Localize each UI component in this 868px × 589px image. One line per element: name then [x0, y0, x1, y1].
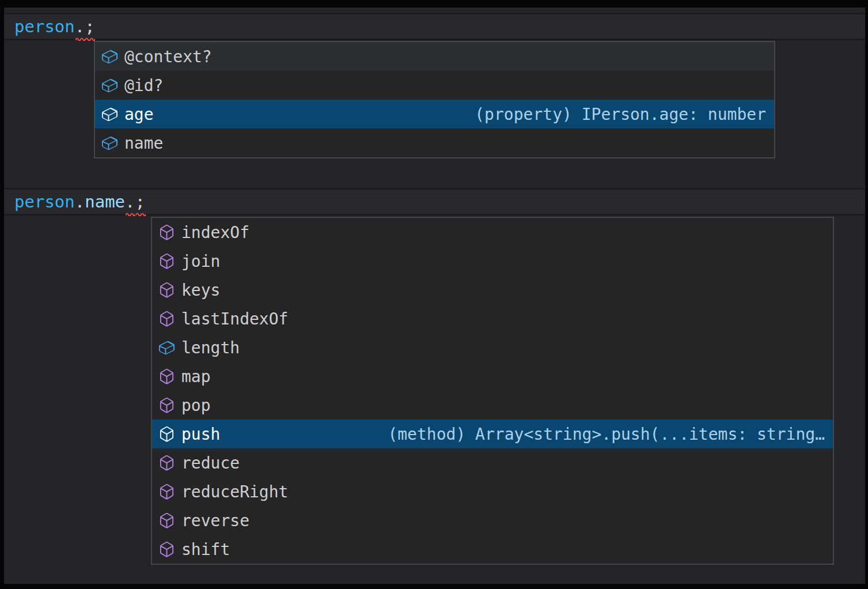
error-squiggle-icon — [126, 212, 135, 216]
suggestion-item-lastindexof[interactable]: lastIndexOf — [152, 304, 833, 333]
suggestion-detail: (property) IPerson.age: number — [463, 105, 770, 124]
suggestion-label: reduceRight — [181, 482, 288, 501]
suggestion-item-context[interactable]: @context? — [95, 42, 774, 71]
symbol-field-icon — [100, 105, 119, 123]
code-line-person-name[interactable]: person.name.; — [4, 188, 865, 216]
symbol-method-icon — [157, 281, 176, 299]
symbol-field-icon — [100, 47, 119, 66]
suggestion-item-name[interactable]: name — [95, 129, 774, 157]
suggestion-item-map[interactable]: map — [152, 362, 833, 391]
code-token-text: ; — [85, 17, 94, 36]
suggestion-label: shift — [181, 540, 230, 559]
symbol-method-icon — [157, 252, 176, 270]
code-token-punct: ; — [85, 14, 94, 39]
symbol-method-icon — [157, 511, 176, 530]
code-token-variable: person — [14, 14, 75, 39]
code-token-text: . — [75, 17, 85, 36]
symbol-method-icon — [157, 540, 176, 558]
suggestion-item-indexof[interactable]: indexOf — [152, 218, 833, 247]
code-token-variable: person — [14, 190, 75, 214]
suggestion-item-length[interactable]: length — [152, 333, 833, 362]
code-token-text: ; — [135, 192, 145, 212]
error-squiggle-icon — [85, 36, 95, 41]
suggestion-label: @context? — [124, 47, 212, 66]
code-token-punct: . — [125, 190, 135, 214]
symbol-method-icon — [157, 396, 176, 414]
suggestion-label: age — [124, 105, 154, 124]
suggestion-item-shift[interactable]: shift — [152, 535, 833, 564]
suggestion-item-reverse[interactable]: reverse — [152, 506, 833, 535]
suggestion-item-keys[interactable]: keys — [152, 275, 833, 304]
suggestion-item-id[interactable]: @id? — [95, 71, 774, 100]
symbol-method-icon — [157, 223, 176, 241]
suggestion-label: reduce — [181, 454, 240, 473]
suggestion-label: name — [124, 134, 163, 153]
error-squiggle-icon — [75, 36, 85, 41]
suggestion-label: keys — [181, 281, 220, 300]
suggestion-label: join — [181, 252, 220, 271]
suggestion-item-push[interactable]: push(method) Array<string>.push(...items… — [152, 420, 833, 448]
code-token-punct: . — [75, 14, 85, 39]
suggestion-label: map — [181, 367, 211, 386]
code-token-punct: ; — [135, 190, 145, 214]
suggestion-item-reduceright[interactable]: reduceRight — [152, 477, 833, 506]
suggestion-detail: (method) Array<string>.push(...items: st… — [376, 425, 828, 444]
symbol-method-icon — [157, 309, 176, 328]
suggestion-item-join[interactable]: join — [152, 247, 833, 275]
symbol-field-icon — [157, 338, 176, 357]
code-token-punct: . — [75, 190, 85, 214]
suggest-widget-person: @context?@id?age(property) IPerson.age: … — [94, 41, 775, 158]
code-token-text: . — [75, 192, 85, 212]
code-token-text: . — [125, 192, 135, 212]
suggestion-label: @id? — [124, 76, 163, 95]
code-token-property: name — [85, 190, 125, 214]
suggest-widget-person-name: indexOfjoinkeyslastIndexOflengthmappoppu… — [151, 217, 834, 565]
suggestion-item-age[interactable]: age(property) IPerson.age: number — [95, 100, 774, 129]
code-text: person.name.; — [14, 190, 145, 214]
suggestion-label: length — [181, 338, 240, 357]
suggestion-item-reduce[interactable]: reduce — [152, 448, 833, 477]
code-text: person.; — [14, 14, 95, 39]
symbol-field-icon — [100, 76, 119, 95]
error-squiggle-icon — [136, 212, 146, 216]
suggestion-label: indexOf — [181, 223, 249, 242]
screenshot-canvas: person.; person.name.; @context?@id?age(… — [0, 0, 868, 589]
symbol-method-icon — [157, 425, 176, 443]
suggestion-label: reverse — [181, 511, 249, 530]
code-line-person[interactable]: person.; — [4, 13, 865, 40]
suggestion-label: pop — [181, 396, 211, 415]
symbol-field-icon — [100, 134, 119, 152]
suggestion-item-pop[interactable]: pop — [152, 391, 833, 420]
symbol-method-icon — [157, 454, 176, 472]
symbol-method-icon — [157, 367, 176, 386]
symbol-method-icon — [157, 482, 176, 501]
suggestion-label: lastIndexOf — [181, 309, 288, 329]
code-token-text: name — [85, 192, 125, 212]
code-token-text: person — [14, 17, 75, 36]
suggestion-label: push — [181, 425, 220, 444]
code-token-text: person — [14, 192, 75, 212]
